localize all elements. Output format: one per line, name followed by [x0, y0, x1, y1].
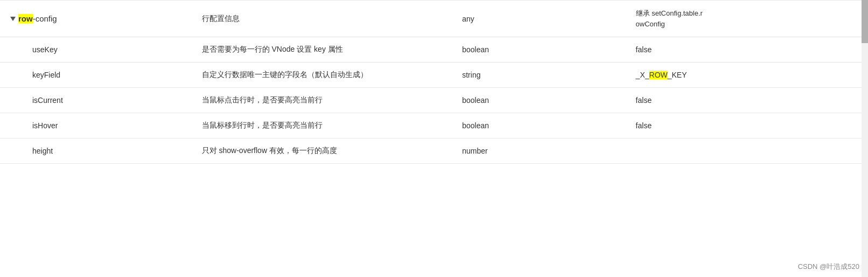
cell-default	[625, 138, 868, 164]
type-text: number	[462, 147, 487, 155]
desc-text: 当鼠标移到行时，是否要高亮当前行	[202, 121, 323, 129]
cell-default: 继承 setConfig.table.rowConfig	[625, 1, 868, 37]
table-row: isHover 当鼠标移到行时，是否要高亮当前行 boolean false	[0, 113, 868, 138]
default-text: false	[636, 96, 652, 105]
cell-desc: 行配置信息	[191, 1, 452, 37]
cell-default: _X_ROW_KEY	[625, 63, 868, 88]
cell-desc: 自定义行数据唯一主键的字段名（默认自动生成）	[191, 63, 452, 88]
cell-default: false	[625, 113, 868, 138]
type-text: string	[462, 71, 480, 79]
cell-default: false	[625, 37, 868, 63]
desc-text: 自定义行数据唯一主键的字段名（默认自动生成）	[202, 70, 368, 79]
type-text: boolean	[462, 121, 489, 130]
table-wrapper: row-config 行配置信息 any 继承 setConfig.table.…	[0, 0, 868, 277]
cell-desc: 当鼠标点击行时，是否要高亮当前行	[191, 88, 452, 113]
name-suffix: -config	[33, 14, 57, 23]
default-text: 继承 setConfig.table.rowConfig	[636, 9, 703, 28]
cell-default: false	[625, 88, 868, 113]
desc-text: 行配置信息	[202, 14, 240, 23]
table-row-keyfield: keyField 自定义行数据唯一主键的字段名（默认自动生成） string _…	[0, 63, 868, 88]
type-text: boolean	[462, 96, 489, 105]
cell-name: row-config	[0, 1, 191, 37]
cell-type: any	[451, 1, 625, 37]
default-text: false	[636, 45, 652, 54]
api-table: row-config 行配置信息 any 继承 setConfig.table.…	[0, 0, 868, 164]
cell-desc: 当鼠标移到行时，是否要高亮当前行	[191, 113, 452, 138]
cell-type: boolean	[451, 113, 625, 138]
cell-name: isHover	[0, 113, 191, 138]
type-text: any	[462, 15, 474, 23]
default-text: false	[636, 121, 652, 130]
highlight-text: row	[18, 14, 33, 23]
desc-text: 是否需要为每一行的 VNode 设置 key 属性	[202, 45, 343, 53]
table-row: isCurrent 当鼠标点击行时，是否要高亮当前行 boolean false	[0, 88, 868, 113]
expand-icon[interactable]	[10, 17, 16, 21]
table-row: useKey 是否需要为每一行的 VNode 设置 key 属性 boolean…	[0, 37, 868, 63]
cell-name: height	[0, 138, 191, 164]
cell-name: isCurrent	[0, 88, 191, 113]
table-row: row-config 行配置信息 any 继承 setConfig.table.…	[0, 1, 868, 37]
row-name: isCurrent	[32, 96, 63, 105]
row-name: useKey	[32, 45, 58, 54]
cell-type: boolean	[451, 37, 625, 63]
desc-text: 只对 show-overflow 有效，每一行的高度	[202, 146, 337, 155]
watermark: CSDN @叶浩成520	[798, 262, 859, 272]
type-text: boolean	[462, 45, 489, 54]
table-row: height 只对 show-overflow 有效，每一行的高度 number	[0, 138, 868, 164]
row-name: height	[32, 147, 53, 155]
row-highlight: ROW	[649, 71, 668, 79]
row-name: keyField	[32, 71, 60, 79]
default-text: _X_ROW_KEY	[636, 71, 687, 79]
cell-name: keyField	[0, 63, 191, 88]
desc-text: 当鼠标点击行时，是否要高亮当前行	[202, 95, 323, 104]
cell-type: number	[451, 138, 625, 164]
row-name: isHover	[32, 121, 58, 130]
cell-type: boolean	[451, 88, 625, 113]
row-name: row-config	[18, 14, 57, 23]
cell-desc: 只对 show-overflow 有效，每一行的高度	[191, 138, 452, 164]
cell-desc: 是否需要为每一行的 VNode 设置 key 属性	[191, 37, 452, 63]
cell-name: useKey	[0, 37, 191, 63]
cell-type: string	[451, 63, 625, 88]
scrollbar-thumb[interactable]	[862, 0, 868, 43]
scrollbar-track[interactable]	[862, 0, 868, 277]
